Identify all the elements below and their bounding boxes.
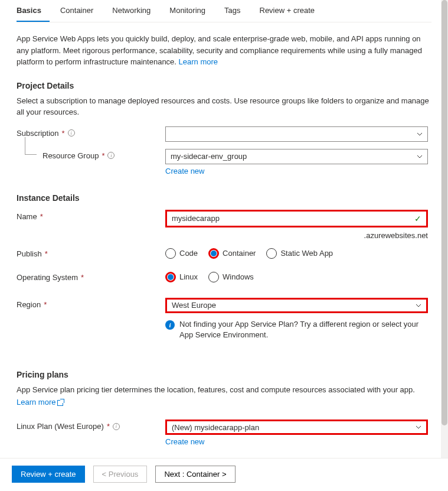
external-link-icon (57, 400, 63, 406)
chevron-down-icon (416, 303, 421, 308)
info-icon[interactable]: i (107, 152, 115, 159)
subscription-label: Subscription * i (17, 126, 165, 138)
resource-group-label: Resource Group * i (17, 149, 165, 160)
publish-container-radio[interactable]: Container (208, 248, 256, 259)
learn-more-link[interactable]: Learn more (179, 57, 218, 66)
scrollbar-thumb[interactable] (442, 0, 447, 425)
check-icon: ✓ (414, 214, 421, 223)
instance-details-title: Instance Details (17, 193, 431, 203)
tab-container[interactable]: Container (60, 0, 102, 22)
os-linux-radio[interactable]: Linux (165, 272, 198, 282)
required-indicator: * (107, 422, 110, 431)
footer-bar: Review + create < Previous Next : Contai… (0, 458, 448, 490)
info-icon: i (165, 320, 175, 330)
os-radio-group: Linux Windows (165, 271, 428, 282)
region-label: Region * (17, 298, 165, 309)
review-create-button[interactable]: Review + create (12, 466, 85, 483)
pricing-desc: App Service plan pricing tier determines… (17, 384, 431, 396)
required-indicator: * (44, 300, 47, 309)
previous-button: < Previous (93, 466, 148, 483)
chevron-down-icon (417, 154, 423, 160)
tab-tags[interactable]: Tags (224, 0, 248, 22)
required-indicator: * (62, 129, 65, 138)
os-windows-radio[interactable]: Windows (208, 272, 254, 282)
info-icon[interactable]: i (68, 129, 75, 136)
chevron-down-icon (417, 131, 423, 137)
publish-radio-group: Code Container Static Web App (165, 247, 428, 259)
required-indicator: * (81, 273, 84, 282)
subscription-dropdown[interactable] (165, 126, 428, 142)
publish-static-web-app-radio[interactable]: Static Web App (266, 248, 333, 259)
linux-plan-label: Linux Plan (West Europe) * i (17, 420, 165, 431)
next-button[interactable]: Next : Container > (155, 466, 235, 483)
publish-label: Publish * (17, 247, 165, 258)
os-label: Operating System * (17, 271, 165, 282)
resource-group-dropdown[interactable]: my-sidecar-env_group (165, 149, 428, 164)
required-indicator: * (40, 212, 43, 221)
tab-basics[interactable]: Basics (17, 0, 50, 22)
tabs-bar: Basics Container Networking Monitoring T… (17, 0, 431, 22)
domain-suffix: .azurewebsites.net (165, 231, 428, 240)
region-info-text: Not finding your App Service Plan? Try a… (179, 319, 428, 340)
required-indicator: * (102, 151, 104, 160)
pricing-title: Pricing plans (17, 370, 431, 379)
project-details-title: Project Details (17, 81, 431, 90)
intro-text: App Service Web Apps lets you quickly bu… (17, 33, 431, 68)
tab-networking[interactable]: Networking (112, 0, 159, 22)
tab-monitoring[interactable]: Monitoring (169, 0, 214, 22)
linux-plan-dropdown[interactable]: (New) mysidecarapp-plan (165, 420, 428, 435)
info-icon[interactable]: i (113, 423, 120, 430)
required-indicator: * (45, 249, 48, 258)
intro-copy: App Service Web Apps lets you quickly bu… (17, 34, 422, 66)
create-new-resource-group-link[interactable]: Create new (165, 167, 204, 175)
chevron-down-icon (416, 424, 421, 430)
tab-review-create[interactable]: Review + create (260, 0, 323, 22)
region-dropdown[interactable]: West Europe (165, 298, 428, 313)
name-input[interactable]: mysidecarapp ✓ (165, 210, 428, 227)
publish-code-radio[interactable]: Code (165, 248, 198, 259)
name-label: Name * (17, 210, 165, 221)
scrollbar[interactable] (441, 0, 448, 458)
project-details-desc: Select a subscription to manage deployed… (17, 95, 431, 118)
pricing-learn-more-link[interactable]: Learn more (17, 398, 63, 407)
create-new-plan-link[interactable]: Create new (165, 437, 204, 446)
